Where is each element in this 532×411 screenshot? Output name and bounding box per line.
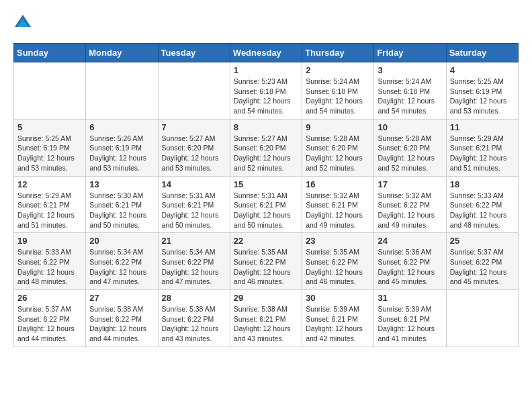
cell-day-info: Sunrise: 5:27 AM Sunset: 6:20 PM Dayligh… [234,134,298,173]
cell-day-number: 31 [378,293,442,303]
calendar-cell: 9Sunrise: 5:28 AM Sunset: 6:20 PM Daylig… [302,119,374,176]
cell-day-info: Sunrise: 5:36 AM Sunset: 6:22 PM Dayligh… [378,247,442,287]
calendar-cell: 10Sunrise: 5:28 AM Sunset: 6:20 PM Dayli… [374,119,446,176]
cell-day-info: Sunrise: 5:30 AM Sunset: 6:21 PM Dayligh… [89,191,154,230]
cell-day-number: 6 [89,122,154,132]
cell-day-number: 11 [450,122,515,132]
logo [13,13,35,32]
week-row-5: 26Sunrise: 5:37 AM Sunset: 6:22 PM Dayli… [14,290,519,347]
cell-day-number: 19 [17,236,82,246]
cell-day-info: Sunrise: 5:37 AM Sunset: 6:22 PM Dayligh… [450,247,515,287]
cell-day-number: 14 [162,179,226,189]
cell-day-info: Sunrise: 5:31 AM Sunset: 6:21 PM Dayligh… [162,191,226,230]
cell-day-number: 18 [450,179,515,189]
calendar-cell: 29Sunrise: 5:38 AM Sunset: 6:21 PM Dayli… [230,290,302,347]
cell-day-info: Sunrise: 5:34 AM Sunset: 6:22 PM Dayligh… [162,247,226,287]
cell-day-info: Sunrise: 5:24 AM Sunset: 6:18 PM Dayligh… [378,77,442,116]
cell-day-number: 23 [306,236,370,246]
cell-day-info: Sunrise: 5:27 AM Sunset: 6:20 PM Dayligh… [162,134,226,173]
calendar-cell: 30Sunrise: 5:39 AM Sunset: 6:21 PM Dayli… [302,290,374,347]
calendar-cell: 13Sunrise: 5:30 AM Sunset: 6:21 PM Dayli… [86,176,158,233]
calendar-cell: 27Sunrise: 5:38 AM Sunset: 6:22 PM Dayli… [86,290,158,347]
calendar-cell [158,62,230,120]
cell-day-info: Sunrise: 5:34 AM Sunset: 6:22 PM Dayligh… [89,247,154,287]
cell-day-number: 29 [234,293,298,303]
cell-day-info: Sunrise: 5:25 AM Sunset: 6:19 PM Dayligh… [17,134,82,173]
calendar-cell: 6Sunrise: 5:26 AM Sunset: 6:19 PM Daylig… [86,119,158,176]
cell-day-info: Sunrise: 5:29 AM Sunset: 6:21 PM Dayligh… [17,191,82,230]
cell-day-number: 12 [17,179,82,189]
day-header-saturday: Saturday [446,44,518,62]
cell-day-number: 2 [306,65,370,75]
calendar-cell: 28Sunrise: 5:38 AM Sunset: 6:22 PM Dayli… [158,290,230,347]
calendar-cell: 1Sunrise: 5:23 AM Sunset: 6:18 PM Daylig… [230,62,302,120]
calendar-cell: 7Sunrise: 5:27 AM Sunset: 6:20 PM Daylig… [158,119,230,176]
cell-day-info: Sunrise: 5:32 AM Sunset: 6:21 PM Dayligh… [306,191,370,230]
cell-day-info: Sunrise: 5:26 AM Sunset: 6:19 PM Dayligh… [89,134,154,173]
day-header-thursday: Thursday [302,44,374,62]
cell-day-info: Sunrise: 5:25 AM Sunset: 6:19 PM Dayligh… [450,77,515,116]
calendar-cell [86,62,158,120]
calendar-cell: 22Sunrise: 5:35 AM Sunset: 6:22 PM Dayli… [230,233,302,290]
cell-day-number: 4 [450,65,515,75]
calendar-cell: 16Sunrise: 5:32 AM Sunset: 6:21 PM Dayli… [302,176,374,233]
cell-day-number: 30 [306,293,370,303]
cell-day-number: 15 [234,179,298,189]
cell-day-info: Sunrise: 5:28 AM Sunset: 6:20 PM Dayligh… [378,134,442,173]
cell-day-info: Sunrise: 5:33 AM Sunset: 6:22 PM Dayligh… [450,191,515,230]
cell-day-number: 26 [17,293,82,303]
cell-day-info: Sunrise: 5:39 AM Sunset: 6:21 PM Dayligh… [306,304,370,344]
cell-day-info: Sunrise: 5:38 AM Sunset: 6:22 PM Dayligh… [162,304,226,344]
cell-day-number: 9 [306,122,370,132]
calendar-cell: 4Sunrise: 5:25 AM Sunset: 6:19 PM Daylig… [446,62,518,120]
cell-day-info: Sunrise: 5:39 AM Sunset: 6:21 PM Dayligh… [378,304,442,344]
cell-day-info: Sunrise: 5:23 AM Sunset: 6:18 PM Dayligh… [234,77,298,116]
cell-day-number: 5 [17,122,82,132]
calendar-cell: 26Sunrise: 5:37 AM Sunset: 6:22 PM Dayli… [14,290,86,347]
cell-day-info: Sunrise: 5:33 AM Sunset: 6:22 PM Dayligh… [17,247,82,287]
cell-day-number: 22 [234,236,298,246]
day-header-tuesday: Tuesday [158,44,230,62]
cell-day-number: 20 [89,236,154,246]
day-header-sunday: Sunday [14,44,86,62]
calendar-cell: 14Sunrise: 5:31 AM Sunset: 6:21 PM Dayli… [158,176,230,233]
calendar-table: SundayMondayTuesdayWednesdayThursdayFrid… [13,43,519,347]
header-row: SundayMondayTuesdayWednesdayThursdayFrid… [14,44,519,62]
cell-day-info: Sunrise: 5:29 AM Sunset: 6:21 PM Dayligh… [450,134,515,173]
cell-day-info: Sunrise: 5:32 AM Sunset: 6:22 PM Dayligh… [378,191,442,230]
cell-day-number: 25 [450,236,515,246]
calendar-cell: 11Sunrise: 5:29 AM Sunset: 6:21 PM Dayli… [446,119,518,176]
page-header [13,13,519,32]
cell-day-info: Sunrise: 5:35 AM Sunset: 6:22 PM Dayligh… [234,247,298,287]
cell-day-number: 21 [162,236,226,246]
week-row-3: 12Sunrise: 5:29 AM Sunset: 6:21 PM Dayli… [14,176,519,233]
calendar-cell: 8Sunrise: 5:27 AM Sunset: 6:20 PM Daylig… [230,119,302,176]
calendar-cell: 15Sunrise: 5:31 AM Sunset: 6:21 PM Dayli… [230,176,302,233]
calendar-cell: 12Sunrise: 5:29 AM Sunset: 6:21 PM Dayli… [14,176,86,233]
cell-day-number: 10 [378,122,442,132]
cell-day-number: 27 [89,293,154,303]
calendar-cell: 3Sunrise: 5:24 AM Sunset: 6:18 PM Daylig… [374,62,446,120]
calendar-cell [446,290,518,347]
cell-day-info: Sunrise: 5:35 AM Sunset: 6:22 PM Dayligh… [306,247,370,287]
day-header-monday: Monday [86,44,158,62]
cell-day-info: Sunrise: 5:31 AM Sunset: 6:21 PM Dayligh… [234,191,298,230]
cell-day-number: 3 [378,65,442,75]
calendar-cell: 5Sunrise: 5:25 AM Sunset: 6:19 PM Daylig… [14,119,86,176]
calendar-cell: 25Sunrise: 5:37 AM Sunset: 6:22 PM Dayli… [446,233,518,290]
cell-day-number: 24 [378,236,442,246]
cell-day-info: Sunrise: 5:38 AM Sunset: 6:22 PM Dayligh… [89,304,154,344]
logo-icon [13,13,32,32]
cell-day-number: 17 [378,179,442,189]
cell-day-number: 28 [162,293,226,303]
cell-day-info: Sunrise: 5:24 AM Sunset: 6:18 PM Dayligh… [306,77,370,116]
cell-day-info: Sunrise: 5:38 AM Sunset: 6:21 PM Dayligh… [234,304,298,344]
week-row-1: 1Sunrise: 5:23 AM Sunset: 6:18 PM Daylig… [14,62,519,120]
day-header-friday: Friday [374,44,446,62]
cell-day-number: 16 [306,179,370,189]
cell-day-number: 1 [234,65,298,75]
week-row-4: 19Sunrise: 5:33 AM Sunset: 6:22 PM Dayli… [14,233,519,290]
calendar-cell: 21Sunrise: 5:34 AM Sunset: 6:22 PM Dayli… [158,233,230,290]
calendar-cell: 2Sunrise: 5:24 AM Sunset: 6:18 PM Daylig… [302,62,374,120]
cell-day-number: 13 [89,179,154,189]
